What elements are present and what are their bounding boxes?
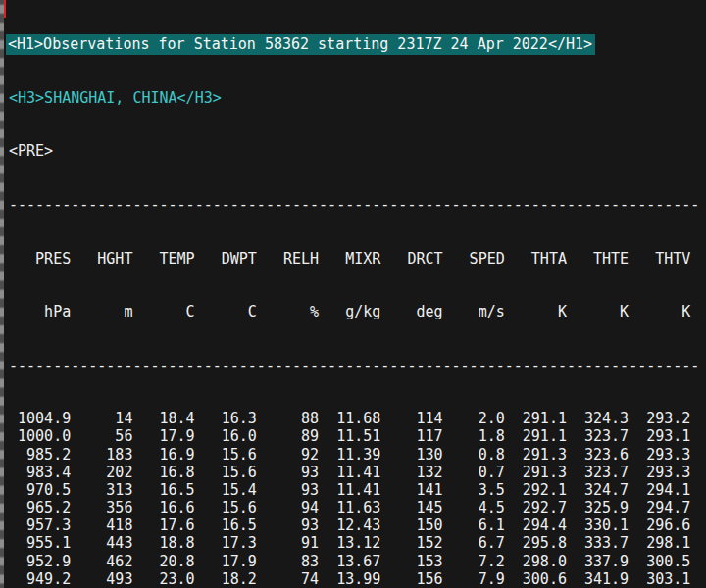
unit-header-row: hPa m C C % g/kg deg m/s K K K	[9, 303, 699, 320]
h1-source-line: <H1>Observations for Station 58362 start…	[9, 35, 699, 53]
table-row: 957.3 418 17.6 16.5 93 12.43 150 6.1 294…	[9, 516, 699, 534]
terminal-screen: <H1>Observations for Station 58362 start…	[0, 0, 706, 588]
separator-mid: ----------------------------------------…	[9, 357, 699, 374]
table-row: 955.1 443 18.8 17.3 91 13.12 152 6.7 295…	[9, 534, 699, 552]
sounding-report: <H1>Observations for Station 58362 start…	[9, 0, 699, 588]
table-row: 1004.9 14 18.4 16.3 88 11.68 114 2.0 291…	[9, 410, 699, 427]
table-row: 949.2 493 23.0 18.2 74 13.99 156 7.9 300…	[9, 570, 699, 588]
separator-top: ----------------------------------------…	[9, 196, 699, 214]
pre-tag-line: <PRE>	[9, 142, 699, 160]
text-cursor	[4, 0, 6, 18]
column-header-row: PRES HGHT TEMP DWPT RELH MIXR DRCT SPED …	[9, 250, 699, 268]
left-gutter-strip	[0, 0, 4, 588]
table-row: 965.2 356 16.6 15.6 94 11.63 145 4.5 292…	[9, 499, 699, 516]
table-row: 983.4 202 16.8 15.6 93 11.41 132 0.7 291…	[9, 464, 699, 481]
h1-selection-highlight: <H1>Observations for Station 58362 start…	[6, 34, 595, 55]
table-row: 1000.0 56 17.9 16.0 89 11.51 117 1.8 291…	[9, 427, 699, 445]
table-row: 952.9 462 20.8 17.9 83 13.67 153 7.2 298…	[9, 553, 699, 570]
table-row: 985.2 183 16.9 15.6 92 11.39 130 0.8 291…	[9, 446, 699, 464]
table-row: 970.5 313 16.5 15.4 93 11.41 141 3.5 292…	[9, 481, 699, 499]
sounding-data-rows: 1004.9 14 18.4 16.3 88 11.68 114 2.0 291…	[9, 410, 699, 588]
h3-source-line: <H3>SHANGHAI, CHINA</H3>	[9, 89, 699, 107]
